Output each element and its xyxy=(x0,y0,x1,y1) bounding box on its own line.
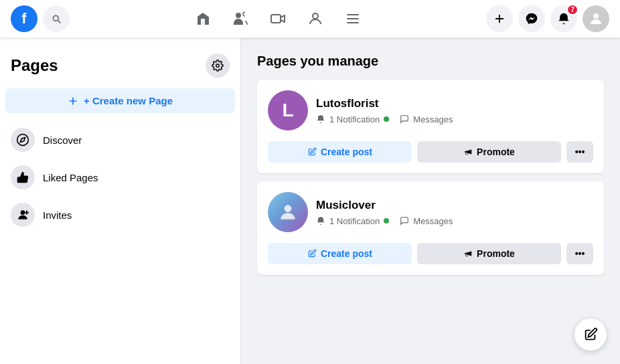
layout: Pages + Create new Page Discover Liked P… xyxy=(0,37,620,364)
nav-profile-button[interactable] xyxy=(299,3,331,35)
notification-info: 1 Notification xyxy=(316,114,389,124)
svg-point-6 xyxy=(593,13,599,19)
page-meta-music: 1 Notification Messages xyxy=(316,216,593,226)
nav-center xyxy=(70,3,486,35)
page-card-header-music: Musiclover 1 Notification Messages xyxy=(268,192,593,232)
svg-point-10 xyxy=(21,210,25,215)
page-actions: Create post Promote ••• xyxy=(268,141,593,163)
page-name-music: Musiclover xyxy=(316,199,593,212)
notification-badge: 7 xyxy=(566,4,578,15)
top-nav: f 7 xyxy=(0,0,620,37)
create-post-button-lutos[interactable]: Create post xyxy=(268,141,412,163)
svg-point-8 xyxy=(17,134,29,146)
lutosflorist-avatar: L xyxy=(268,90,308,130)
promote-label: Promote xyxy=(477,147,515,157)
page-actions-music: Create post Promote ••• xyxy=(268,243,593,264)
nav-right: 7 xyxy=(486,5,609,32)
page-name: Lutosflorist xyxy=(316,97,593,110)
sidebar-title-text: Pages xyxy=(11,56,58,75)
page-card-musiclover: Musiclover 1 Notification Messages xyxy=(257,181,604,275)
messages-link-music[interactable]: Messages xyxy=(400,216,453,226)
notification-text: 1 Notification xyxy=(329,114,380,124)
svg-rect-1 xyxy=(271,15,281,23)
sidebar-item-discover-label: Discover xyxy=(43,134,82,146)
main-content: Pages you manage L Lutosflorist 1 Notifi… xyxy=(241,37,620,364)
svg-rect-3 xyxy=(347,14,359,15)
user-avatar[interactable] xyxy=(583,5,609,32)
page-info: Lutosflorist 1 Notification Messages xyxy=(316,97,593,124)
svg-rect-5 xyxy=(347,22,359,23)
nav-home-button[interactable] xyxy=(187,3,219,35)
search-button[interactable] xyxy=(43,5,70,32)
svg-point-2 xyxy=(313,13,318,19)
page-meta: 1 Notification Messages xyxy=(316,114,593,124)
page-card-lutosflorist: L Lutosflorist 1 Notification Messages xyxy=(257,80,604,173)
discover-icon xyxy=(11,128,35,152)
page-info-music: Musiclover 1 Notification Messages xyxy=(316,199,593,226)
svg-rect-4 xyxy=(347,18,359,19)
sidebar-item-liked-pages[interactable]: Liked Pages xyxy=(5,159,235,196)
section-title: Pages you manage xyxy=(257,54,604,69)
sidebar-item-liked-label: Liked Pages xyxy=(43,172,98,183)
svg-point-7 xyxy=(216,64,220,68)
promote-button-lutos[interactable]: Promote xyxy=(417,141,561,163)
settings-gear-button[interactable] xyxy=(206,54,230,78)
promote-button-music[interactable]: Promote xyxy=(417,243,561,264)
notification-dot-music xyxy=(384,218,389,223)
sidebar-item-invites[interactable]: Invites xyxy=(5,196,235,234)
notification-text-music: 1 Notification xyxy=(329,216,380,226)
svg-marker-9 xyxy=(20,137,25,142)
nav-friends-button[interactable] xyxy=(224,3,256,35)
notification-info-music: 1 Notification xyxy=(316,216,389,226)
nav-menu-button[interactable] xyxy=(337,3,369,35)
create-new-page-label: + Create new Page xyxy=(84,95,173,106)
notifications-button[interactable]: 7 xyxy=(550,5,577,32)
create-post-label-music: Create post xyxy=(321,248,372,259)
messages-link[interactable]: Messages xyxy=(400,114,453,124)
messages-text: Messages xyxy=(413,114,453,124)
sidebar-item-discover[interactable]: Discover xyxy=(5,121,235,159)
nav-left: f xyxy=(11,5,70,32)
messages-text-music: Messages xyxy=(413,216,453,226)
sidebar-title: Pages xyxy=(5,48,235,83)
notification-dot xyxy=(384,116,389,122)
page-card-header: L Lutosflorist 1 Notification Messages xyxy=(268,90,593,130)
more-options-button-music[interactable]: ••• xyxy=(566,243,593,264)
sidebar-item-invites-label: Invites xyxy=(43,209,72,221)
create-new-page-button[interactable]: + Create new Page xyxy=(5,88,235,113)
svg-point-0 xyxy=(236,13,241,18)
nav-video-button[interactable] xyxy=(262,3,294,35)
musiclover-avatar xyxy=(268,192,308,232)
liked-pages-icon xyxy=(11,165,35,189)
promote-label-music: Promote xyxy=(477,248,515,259)
create-post-label: Create post xyxy=(321,147,372,157)
invites-icon xyxy=(11,203,35,227)
more-options-button-lutos[interactable]: ••• xyxy=(566,141,593,163)
facebook-logo[interactable]: f xyxy=(11,5,37,32)
messenger-button[interactable] xyxy=(518,5,545,32)
svg-point-11 xyxy=(285,205,292,212)
fab-create-button[interactable] xyxy=(574,318,607,351)
create-post-button-music[interactable]: Create post xyxy=(268,243,412,264)
sidebar: Pages + Create new Page Discover Liked P… xyxy=(0,37,241,364)
add-button[interactable] xyxy=(486,5,513,32)
